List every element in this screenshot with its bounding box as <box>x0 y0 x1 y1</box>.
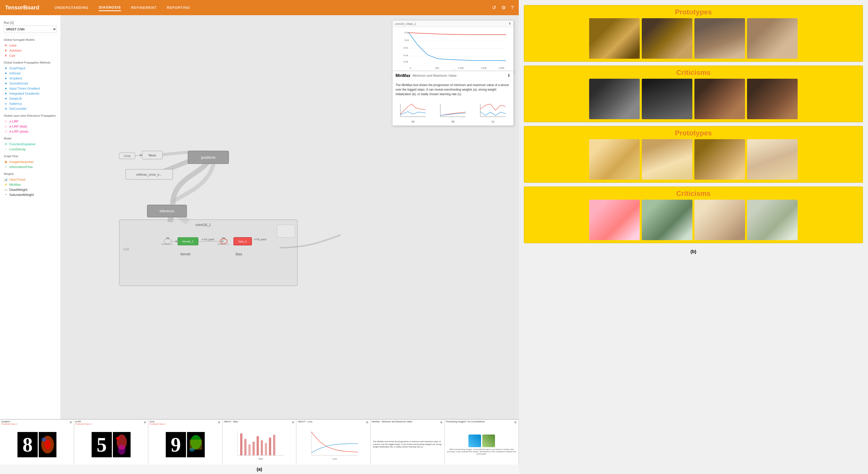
sidebar-item-intgrad[interactable]: ■ IntGrad <box>4 71 57 76</box>
heatmap-8 <box>39 432 56 457</box>
svg-text:-0.02: -0.02 <box>403 46 408 49</box>
proto-img-2-3 <box>694 139 745 180</box>
strip-label-7: Processing Images? Try Convolutions! <box>446 420 485 423</box>
sidebar-item-histotrend[interactable]: 📊 HistoTrend <box>4 177 57 182</box>
sidebar-item-cav[interactable]: A Cav <box>4 53 57 58</box>
sidebar-item-deconvnet[interactable]: ⊞ DeConvNet <box>4 106 57 111</box>
elrp-slow-label: e-LRP (slow) <box>9 130 28 133</box>
strip-item-gradient-8[interactable]: ✕ Gradient Predicted Class: 3 8 <box>0 419 74 465</box>
criticism-img-1-4 <box>747 79 798 119</box>
proto-title-2: Prototypes <box>527 129 860 137</box>
heatmap-9 <box>187 432 205 457</box>
sidebar-item-deadweight[interactable]: — DeadWeight <box>4 187 57 192</box>
proto-images-2 <box>527 139 860 180</box>
sidebar-item-integrated[interactable]: ■ Integrated Gradients <box>4 91 57 96</box>
svg-rect-29 <box>277 225 295 238</box>
chart-download-icon[interactable]: ⬇ <box>509 22 511 25</box>
minmax-close-icon[interactable]: ⬇ <box>507 73 510 78</box>
section-lrp-title: Global Layer-wise Relevance Propagation <box>4 114 57 117</box>
criticism-img-1-3 <box>694 79 745 119</box>
nav-diagnosis[interactable]: DIAGNOSIS <box>99 4 121 11</box>
conv-icon-2 <box>482 435 495 447</box>
minmax-chart-c: (c) <box>478 101 508 123</box>
inputtimes-label: Input Times Gradient <box>9 87 40 90</box>
svg-line-12 <box>135 155 142 156</box>
strip-close-5[interactable]: ✕ <box>366 420 369 424</box>
sidebar-item-saturatedweight[interactable]: ~ SaturatedWeight <box>4 192 57 197</box>
sidebar-item-elrp-fast[interactable]: □ e-LRP (fast) <box>4 124 57 129</box>
gradient-icon: ■ <box>4 76 8 80</box>
criticism-section-1: Criticisms <box>524 66 863 122</box>
digit-8: 8 <box>18 432 38 457</box>
chart-svg: 0.06 0.02 -0.02 -0.04 -0.06 0 500 1,000 … <box>395 30 511 70</box>
sidebar-item-anchors[interactable]: A Anchors <box>4 48 57 53</box>
minmax-small-body: The MinMax-tool shows the progression of… <box>372 439 443 449</box>
svg-rect-66 <box>244 439 246 455</box>
strip-close-4[interactable]: ✕ <box>291 420 294 424</box>
svg-rect-65 <box>240 434 242 455</box>
sidebar-item-deeplift[interactable]: ■ DeepLift <box>4 96 57 101</box>
minmax-icon: ⚡ <box>4 183 8 187</box>
strip-close-3[interactable]: ✕ <box>218 420 221 424</box>
sidebar-item-zlrp[interactable]: □ z-LRP <box>4 119 57 124</box>
criticism-img-2-2 <box>642 200 692 240</box>
sidebar-item-lime[interactable]: A Lime <box>4 43 57 48</box>
nav-understanding[interactable]: UNDERSTANDING <box>54 5 89 11</box>
svg-point-58 <box>116 437 120 440</box>
section-surrogate-title: Global Surrogate Models <box>4 38 57 41</box>
proto-section-2: Prototypes <box>524 126 863 183</box>
nav-reporting[interactable]: REPORTING <box>167 5 190 11</box>
intgrad-label: IntGrad <box>9 71 20 75</box>
sidebar-item-gradient[interactable]: ■ Gradient <box>4 76 57 81</box>
svg-rect-71 <box>265 443 267 455</box>
strip-item-lime-9[interactable]: ✕ Lime Predicted Class: 0 9 <box>148 419 222 465</box>
strip-close-7[interactable]: ✕ <box>514 420 517 424</box>
sidebar-item-informationflow[interactable]: ⤴ InformationFlow <box>4 164 57 169</box>
main-canvas[interactable]: conv2d_1 gradients <box>61 15 519 419</box>
nav-refinement[interactable]: REFINEMENT <box>131 5 157 11</box>
sidebar-item-elrp-slow[interactable]: □ e-LRP (slow) <box>4 129 57 134</box>
bottom-strip: ✕ Gradient Predicted Class: 3 8 ✕ eLRP P <box>0 419 519 465</box>
criticism-section-2: Criticisms <box>524 187 863 243</box>
svg-rect-72 <box>269 438 271 455</box>
settings-icon[interactable]: ⚙ <box>501 5 506 11</box>
lime-icon: A <box>4 43 8 47</box>
minmax-chart-a: (a) <box>398 101 428 123</box>
proto-img-2-4 <box>747 139 798 180</box>
sidebar-item-smoothgrad[interactable]: ■ SmoothGrad <box>4 81 57 86</box>
strip-item-loss-chart[interactable]: ✕ ABOUT - Loss Loss <box>296 419 370 465</box>
strip-close-2[interactable]: ✕ <box>144 420 147 424</box>
sidebar-item-minmax[interactable]: ⚡ MinMax <box>4 182 57 187</box>
sidebar-item-lossdecay[interactable]: ~ LossDecay <box>4 147 57 152</box>
cav-label: Cav <box>9 54 15 58</box>
sidebar-item-saliency[interactable]: ◎ Saliency <box>4 101 57 106</box>
criticism-images-2 <box>527 200 860 240</box>
digit-5: 5 <box>92 432 112 457</box>
minmax-subtitle: Minimum and Maximum Value <box>412 74 457 77</box>
svg-point-57 <box>118 445 126 455</box>
proto-img-1-2 <box>642 18 692 59</box>
strip-item-minmax-small[interactable]: ✕ MinMax - Minimum and Maximum Value The… <box>370 419 445 465</box>
refresh-icon[interactable]: ↺ <box>492 5 496 11</box>
strip-close-1[interactable]: ✕ <box>69 420 72 424</box>
minmax-chart-a-svg <box>398 101 428 119</box>
svg-text:-0.06: -0.06 <box>403 61 408 63</box>
criticism-img-1-2 <box>642 79 692 119</box>
help-icon[interactable]: ? <box>511 5 514 11</box>
svg-text:Bias: Bias <box>259 457 263 460</box>
caption-b: (b) <box>524 247 863 256</box>
strip-item-processing[interactable]: ✕ Processing Images? Try Convolutions! W… <box>445 419 519 465</box>
lossdecay-icon: ~ <box>4 147 8 151</box>
strip-item-elrp-5[interactable]: ✕ eLRP Predicted Class: 3 5 <box>74 419 148 465</box>
svg-text:0: 0 <box>410 67 411 69</box>
sidebar-item-gradinput[interactable]: ■ Grad*Input <box>4 66 57 71</box>
section-model-title: Model <box>4 137 57 140</box>
strip-close-6[interactable]: ✕ <box>440 420 443 424</box>
run-select[interactable]: MNIST CNN <box>4 26 57 33</box>
strip-item-bias-chart[interactable]: ✕ ABOUT - Bias Bias <box>222 419 297 465</box>
sidebar-item-imageinterpreter[interactable]: ▣ ImageInterpreter <box>4 159 57 164</box>
criticism-title-1: Criticisms <box>527 69 860 77</box>
sidebar-item-inputtimes[interactable]: ■ Input Times Gradient <box>4 86 57 91</box>
digit-9: 9 <box>166 432 186 457</box>
sidebar-item-functionexplainer[interactable]: ⚙ FunctionExplainer <box>4 141 57 147</box>
